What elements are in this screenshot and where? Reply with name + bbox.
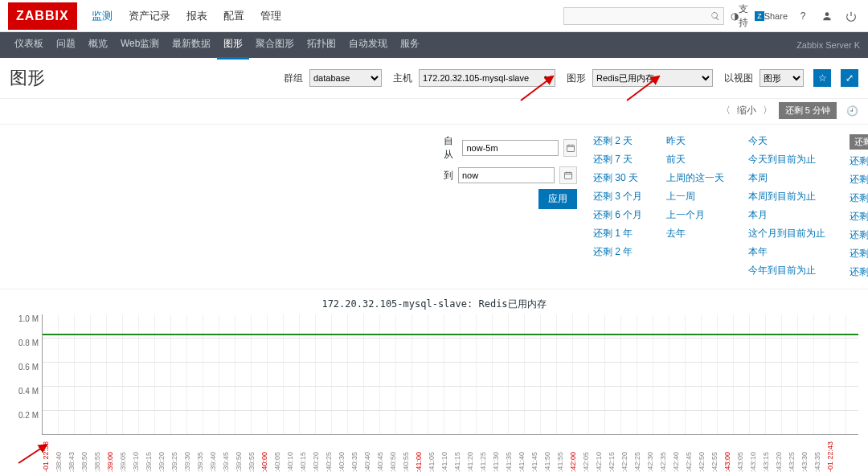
quick-time-link[interactable]: 还剩 1 小时 [850, 191, 868, 205]
quick-time-link[interactable]: 还剩 30 分钟 [850, 173, 868, 187]
share-button[interactable]: ZShare [755, 7, 788, 25]
to-calendar-button[interactable] [559, 166, 577, 184]
quick-time-links: 还剩 2 天还剩 7 天还剩 30 天还剩 3 个月还剩 6 个月还剩 1 年还… [593, 134, 868, 279]
submenu-item[interactable]: 概览 [82, 31, 114, 60]
logout-icon[interactable] [842, 7, 860, 25]
quick-time-link[interactable]: 上一个月 [666, 208, 724, 222]
global-search[interactable] [563, 7, 724, 25]
quick-time-link[interactable]: 本月 [748, 208, 825, 222]
submenu-item[interactable]: 仪表板 [8, 31, 50, 60]
main-menu: 监测资产记录报表配置管理 [84, 1, 564, 31]
quick-time-link[interactable]: 还剩 6 小时 [850, 228, 868, 242]
submenu-item[interactable]: 服务 [394, 31, 426, 60]
svg-rect-1 [567, 146, 574, 152]
nav-prev[interactable]: 〈 [721, 104, 731, 117]
y-tick: 0.6 M [10, 363, 39, 371]
mainmenu-item[interactable]: 资产记录 [121, 1, 178, 31]
series-line [43, 334, 858, 335]
support-label: 支持 [739, 2, 748, 30]
quick-time-link[interactable]: 上周的这一天 [666, 171, 724, 185]
submenu-item[interactable]: 聚合图形 [249, 31, 301, 60]
graph-label: 图形 [567, 72, 586, 85]
quick-time-link[interactable]: 去年 [666, 227, 724, 240]
quick-time-link[interactable]: 还剩 12 小时 [850, 247, 868, 261]
nav-next[interactable]: 〉 [763, 104, 772, 117]
from-calendar-button[interactable] [563, 139, 577, 157]
svg-rect-2 [565, 173, 572, 179]
group-select[interactable]: database [309, 69, 382, 87]
zoom-out-button[interactable]: 缩小 [737, 104, 756, 117]
quick-time-link[interactable]: 还剩 2 天 [593, 134, 642, 148]
top-nav: ZABBIX 监测资产记录报表配置管理 ◑ 支持 ZShare ? [0, 0, 868, 32]
calendar-icon [563, 170, 573, 180]
submenu-item[interactable]: 最新数据 [166, 31, 217, 60]
y-tick: 1.0 M [10, 314, 39, 323]
page-title: 图形 [10, 66, 272, 90]
graph-select[interactable]: Redis已用内存 [592, 69, 713, 87]
x-axis: 05-01 22:3822:38:4022:38:4322:38:5022:38… [10, 461, 858, 472]
time-remaining-badge: 还剩 5 分钟 [779, 102, 837, 119]
quick-time-current: 还剩 5 分钟 [850, 134, 868, 150]
calendar-icon [566, 143, 575, 153]
quick-time-link[interactable]: 今年到目前为止 [748, 264, 825, 277]
submenu-item[interactable]: Web监测 [114, 31, 166, 60]
quick-time-link[interactable]: 上一周 [666, 190, 724, 203]
quick-time-link[interactable]: 还剩 15 分钟 [850, 154, 868, 168]
support-button[interactable]: ◑ 支持 [731, 7, 748, 25]
view-select[interactable]: 图形 [760, 69, 804, 87]
topbar-right: ◑ 支持 ZShare ? [563, 7, 860, 25]
from-label: 自从 [444, 134, 457, 162]
mainmenu-item[interactable]: 配置 [215, 1, 252, 31]
help-icon[interactable]: ? [794, 7, 812, 25]
view-label: 以视图 [724, 72, 753, 85]
quick-time-link[interactable]: 还剩 1 年 [593, 227, 642, 240]
y-tick: 0.4 M [10, 387, 39, 396]
mainmenu-item[interactable]: 监测 [84, 1, 121, 31]
chart-title: 172.20.32.105-mysql-slave: Redis已用内存 [10, 298, 858, 311]
share-label: Share [764, 11, 788, 21]
svg-point-0 [825, 12, 829, 16]
apply-button[interactable]: 应用 [538, 189, 577, 209]
quick-time-link[interactable]: 前天 [666, 153, 724, 166]
to-input[interactable] [458, 167, 555, 183]
quick-time-link[interactable]: 还剩 3 小时 [850, 210, 868, 224]
submenu-item[interactable]: 自动发现 [342, 31, 394, 60]
submenu-item[interactable]: 拓扑图 [301, 31, 342, 60]
quick-time-link[interactable]: 昨天 [666, 134, 724, 148]
sub-nav: 仪表板问题概览Web监测最新数据图形聚合图形拓扑图自动发现服务 Zabbix S… [0, 32, 868, 58]
from-input[interactable] [462, 140, 559, 156]
quick-time-link[interactable]: 今天 [748, 134, 825, 148]
logo: ZABBIX [8, 2, 77, 30]
submenu-item[interactable]: 问题 [50, 31, 82, 60]
fullscreen-button[interactable]: ⤢ [841, 69, 858, 87]
time-filter-panel: 自从 到 应用 还剩 2 天还剩 7 天还剩 30 天还剩 3 个月还剩 6 个… [0, 124, 868, 289]
quick-time-link[interactable]: 还剩 6 个月 [593, 208, 642, 222]
user-icon[interactable] [818, 7, 836, 25]
quick-time-link[interactable]: 还剩 30 天 [593, 171, 642, 185]
search-icon [710, 11, 720, 21]
clock-icon[interactable]: 🕘 [846, 105, 858, 117]
plot-area[interactable] [42, 314, 858, 435]
chart-area: 172.20.32.105-mysql-slave: Redis已用内存 1.0… [0, 289, 868, 472]
quick-time-link[interactable]: 还剩 7 天 [593, 153, 642, 166]
chart-box: 1.0 M0.8 M0.6 M0.4 M0.2 M [10, 314, 858, 459]
mainmenu-item[interactable]: 报表 [178, 1, 215, 31]
quick-time-link[interactable]: 还剩 1 天 [850, 265, 868, 279]
quick-time-link[interactable]: 本周到目前为止 [748, 190, 825, 203]
y-tick: 0.2 M [10, 411, 39, 420]
group-label: 群组 [284, 72, 303, 85]
y-tick: 0.8 M [10, 339, 39, 347]
quick-time-link[interactable]: 今天到目前为止 [748, 153, 825, 166]
server-name: Zabbix Server K [796, 40, 860, 50]
favorite-button[interactable]: ☆ [813, 69, 831, 87]
title-bar: 图形 群组 database 主机 172.20.32.105-mysql-sl… [0, 58, 868, 98]
quick-time-link[interactable]: 这个月到目前为止 [748, 227, 825, 240]
host-select[interactable]: 172.20.32.105-mysql-slave [419, 69, 555, 87]
mainmenu-item[interactable]: 管理 [252, 1, 289, 31]
time-range-inputs: 自从 到 应用 [444, 134, 577, 279]
quick-time-link[interactable]: 还剩 2 年 [593, 245, 642, 259]
quick-time-link[interactable]: 还剩 3 个月 [593, 190, 642, 203]
quick-time-link[interactable]: 本年 [748, 245, 825, 259]
submenu-item[interactable]: 图形 [217, 31, 249, 60]
quick-time-link[interactable]: 本周 [748, 171, 825, 185]
